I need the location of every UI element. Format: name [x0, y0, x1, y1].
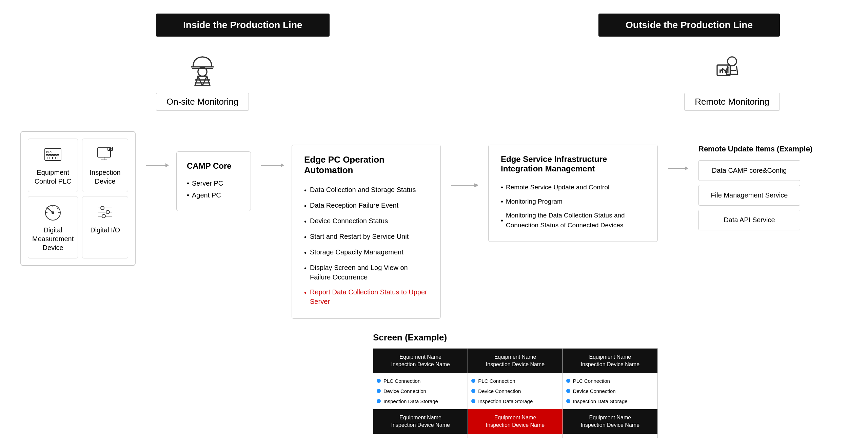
dot-0-1	[377, 389, 381, 393]
status-item-0-0: PLC Connection	[377, 376, 464, 386]
screen-header-4: Equipment NameInspection Device Name	[468, 409, 562, 434]
remote-icon	[713, 50, 751, 87]
screen-header-5: Equipment NameInspection Device Name	[563, 409, 657, 434]
dot-2-0	[566, 379, 570, 383]
screen-header-0: Equipment NameInspection Device Name	[373, 349, 468, 373]
header-banners: Inside the Production Line Outside the P…	[20, 14, 848, 37]
main-diagram: PLC EquipmentControl PLC	[20, 131, 848, 319]
screen-status-list-2: PLC Connection Device Connection Inspect…	[563, 373, 657, 409]
svg-rect-21	[57, 154, 59, 156]
svg-rect-19	[52, 154, 54, 156]
dot-0-2	[377, 399, 381, 403]
gauge-icon	[43, 203, 62, 222]
edge-item-6: Report Data Collection Status to Upper S…	[304, 285, 428, 309]
edge-item-1: Data Reception Failure Event	[304, 198, 428, 213]
status-item-0-2: Inspection Data Storage	[377, 396, 464, 406]
status-item-1-0: PLC Connection	[471, 376, 559, 386]
svg-point-40	[101, 206, 104, 210]
dot-0-0	[377, 379, 381, 383]
status-item-4-0: PLC Connection	[471, 437, 559, 438]
svg-rect-18	[49, 154, 51, 156]
camp-server-item: Server PC	[187, 178, 240, 189]
monitor-icon	[96, 145, 115, 164]
onsite-monitoring: On-site Monitoring	[156, 50, 249, 111]
screen-col-3: Equipment NameInspection Device Name PLC…	[373, 409, 468, 438]
edge-service-box: Edge Service Infrastructure Integration …	[488, 145, 658, 242]
status-item-2-2: Inspection Data Storage	[566, 396, 654, 406]
status-item-0-1: Device Connection	[377, 386, 464, 396]
camp-core-list: Server PC Agent PC	[187, 178, 240, 201]
svg-rect-17	[46, 154, 48, 156]
edge-item-3: Start and Restart by Service Unit	[304, 229, 428, 245]
screen-status-list-3: PLC Connection Device Connection Inspect…	[373, 434, 468, 438]
edge-item-4: Storage Capacity Management	[304, 245, 428, 260]
status-item-2-0: PLC Connection	[566, 376, 654, 386]
dot-1-0	[471, 379, 475, 383]
edge-service-2: Monitoring the Data Collection Status an…	[501, 209, 645, 232]
inspection-label: InspectionDevice	[90, 168, 121, 186]
screen-col-5: Equipment NameInspection Device Name PLC…	[563, 409, 657, 438]
camp-agent-item: Agent PC	[187, 189, 240, 201]
screen-grid: Equipment NameInspection Device Name PLC…	[373, 348, 658, 438]
digital-io-label: Digital I/O	[90, 226, 120, 234]
edge-service-1: Monitoring Program	[501, 194, 645, 209]
dot-1-1	[471, 389, 475, 393]
onsite-label: On-site Monitoring	[156, 93, 249, 111]
update-item-1: File Management Service	[698, 185, 800, 206]
status-item-3-0: PLC Connection	[377, 437, 464, 438]
service-to-update-arrow	[668, 158, 688, 179]
edge-service-title: Edge Service Infrastructure Integration …	[501, 154, 645, 173]
screen-example-container: Screen (Example) Equipment NameInspectio…	[373, 332, 658, 438]
edge-item-5: Display Screen and Log View on Failure O…	[304, 260, 428, 285]
screen-header-3: Equipment NameInspection Device Name	[373, 409, 468, 434]
update-items-list: Data CAMP core&Config File Management Se…	[698, 160, 812, 230]
screen-example-title: Screen (Example)	[373, 332, 658, 343]
svg-line-3	[198, 76, 202, 86]
svg-text:PLC: PLC	[46, 151, 52, 154]
inspection-item: InspectionDevice	[82, 139, 128, 192]
svg-point-44	[102, 214, 105, 218]
svg-line-34	[57, 208, 58, 209]
svg-point-7	[728, 57, 736, 66]
screen-status-list-1: PLC Connection Device Connection Inspect…	[468, 373, 562, 409]
screen-header-2: Equipment NameInspection Device Name	[563, 349, 657, 373]
screen-header-1: Equipment NameInspection Device Name	[468, 349, 562, 373]
equip-to-camp-arrow	[146, 165, 166, 166]
measurement-item: DigitalMeasurementDevice	[28, 196, 78, 258]
equipment-grid: PLC EquipmentControl PLC	[28, 139, 128, 258]
camp-core-box: CAMP Core Server PC Agent PC	[176, 151, 251, 211]
outside-banner: Outside the Production Line	[598, 14, 780, 37]
dot-1-2	[471, 399, 475, 403]
status-item-2-1: Device Connection	[566, 386, 654, 396]
screen-col-2: Equipment NameInspection Device Name PLC…	[563, 349, 657, 409]
svg-rect-20	[54, 154, 56, 156]
inside-banner: Inside the Production Line	[156, 14, 330, 37]
dot-2-1	[566, 389, 570, 393]
edge-pc-box: Edge PC Operation Automation Data Collec…	[292, 145, 441, 319]
measurement-label: DigitalMeasurementDevice	[32, 226, 74, 252]
dot-2-2	[566, 399, 570, 403]
screen-col-1: Equipment NameInspection Device Name PLC…	[468, 349, 563, 409]
status-item-5-0: PLC Connection	[566, 437, 654, 438]
sliders-icon	[96, 203, 115, 222]
plc-icon: PLC	[43, 145, 62, 164]
screen-col-0: Equipment NameInspection Device Name PLC…	[373, 349, 468, 409]
digital-io-item: Digital I/O	[82, 196, 128, 258]
update-item-2: Data API Service	[698, 210, 800, 230]
equipment-box: PLC EquipmentControl PLC	[20, 131, 136, 266]
edge-pc-list: Data Collection and Storage Status Data …	[304, 182, 428, 309]
plc-item: PLC EquipmentControl PLC	[28, 139, 78, 192]
screen-status-list-5: PLC Connection Device Connection Inspect…	[563, 434, 657, 438]
remote-update-section: Remote Update Items (Example) Data CAMP …	[698, 145, 812, 230]
screen-status-list-4: PLC Connection Device Connection Inspect…	[468, 434, 562, 438]
svg-point-42	[106, 210, 110, 214]
edge-pc-title: Edge PC Operation Automation	[304, 154, 428, 175]
edge-service-list: Remote Service Update and Control Monito…	[501, 180, 645, 232]
status-item-1-2: Inspection Data Storage	[471, 396, 559, 406]
update-item-0: Data CAMP core&Config	[698, 160, 800, 181]
remote-update-title: Remote Update Items (Example)	[698, 145, 812, 153]
curved-connector	[451, 165, 478, 206]
remote-label: Remote Monitoring	[684, 93, 780, 111]
camp-core-title: CAMP Core	[187, 161, 240, 171]
screen-status-list-0: PLC Connection Device Connection Inspect…	[373, 373, 468, 409]
